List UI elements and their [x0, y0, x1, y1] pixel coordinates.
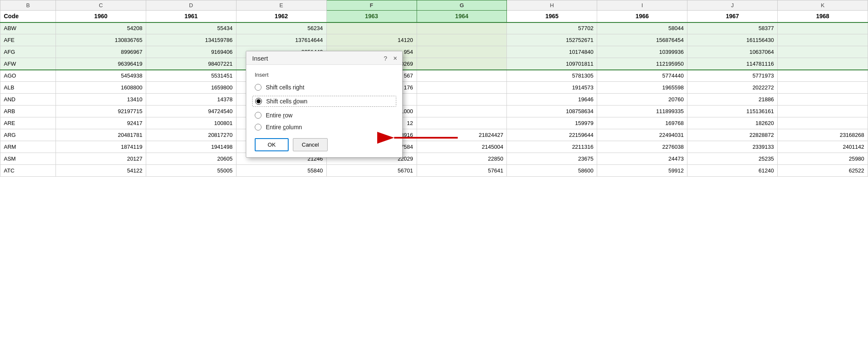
dialog-titlebar: Insert ? × [246, 51, 402, 65]
entire-col-label: Entire column [266, 124, 302, 131]
dialog-title: Insert [252, 55, 268, 62]
entire-row-radio[interactable] [255, 112, 262, 119]
table-row: ARE 92417 100801 112112 12 159979 169768… [0, 117, 868, 129]
ok-button[interactable]: OK [255, 138, 289, 151]
year-header-row: Code 1960 1961 1962 1963 1964 1965 1966 … [0, 11, 868, 22]
header-1964: 1964 [417, 11, 507, 22]
header-1963: 1963 [326, 11, 417, 22]
entire-col-option[interactable]: Entire column [255, 124, 394, 131]
cancel-button[interactable]: Cancel [293, 138, 328, 151]
insert-dialog: Insert ? × Insert Shift cells right Shif… [246, 51, 403, 158]
col-header-F[interactable]: F [326, 0, 417, 11]
header-1961: 1961 [146, 11, 236, 22]
shift-right-option[interactable]: Shift cells right [255, 84, 394, 91]
header-1965: 1965 [507, 11, 597, 22]
dialog-close-button[interactable]: × [393, 55, 397, 62]
entire-col-radio[interactable] [255, 124, 262, 131]
column-letters-row: B C D E F G H I J K [0, 0, 868, 11]
col-header-E[interactable]: E [236, 0, 326, 11]
table-row: ABW 54208 55434 56234 57702 58044 58377 [0, 22, 868, 34]
table-row: ARG 20481781 20817270 21153042 21488916 … [0, 129, 868, 141]
table-row: AFG 8996967 9169406 9351442 954 10174840… [0, 46, 868, 58]
shift-right-label: Shift cells right [266, 84, 304, 91]
table-row: ARM 1874119 1941498 2009524 2077584 2145… [0, 141, 868, 153]
dialog-section-label: Insert [255, 72, 394, 78]
header-1968: 1968 [778, 11, 868, 22]
dialog-footer: OK Cancel [255, 138, 394, 151]
shift-down-underline: d [293, 98, 297, 105]
shift-down-radio[interactable] [255, 98, 262, 105]
spreadsheet-table: B C D E F G H I J K Code 1960 1961 1962 … [0, 0, 868, 177]
shift-right-radio[interactable] [255, 84, 262, 91]
table-row: AGO 5454938 5531451 5608499 567 5781305 … [0, 70, 868, 82]
entire-row-underline: r [283, 112, 285, 119]
table-row: AFE 130836765 134159786 137614644 14120 … [0, 34, 868, 46]
header-code: Code [0, 11, 56, 22]
header-1967: 1967 [687, 11, 778, 22]
dialog-help-button[interactable]: ? [384, 55, 387, 62]
col-header-B[interactable]: B [0, 0, 56, 11]
col-header-H[interactable]: H [507, 0, 597, 11]
header-1966: 1966 [597, 11, 687, 22]
table-row: ASM 20127 20605 21246 22029 22850 23675 … [0, 153, 868, 165]
table-row: ARB 92197715 94724540 97334438 1000 1087… [0, 106, 868, 117]
col-header-C[interactable]: C [56, 0, 146, 11]
col-header-K[interactable]: K [778, 0, 868, 11]
table-row: AFW 96396419 98407221 100506960 10269 10… [0, 58, 868, 70]
entire-col-underline: c [283, 124, 286, 131]
table-row: ATC 54122 55005 55840 56701 57641 58600 … [0, 165, 868, 177]
table-row: AND 13410 14378 15379 19646 20760 21886 [0, 94, 868, 106]
spreadsheet-container: B C D E F G H I J K Code 1960 1961 1962 … [0, 0, 868, 353]
shift-down-option[interactable]: Shift cells down [252, 96, 396, 107]
col-header-G[interactable]: G [417, 0, 507, 11]
col-header-D[interactable]: D [146, 0, 236, 11]
col-header-I[interactable]: I [597, 0, 687, 11]
entire-row-label: Entire row [266, 112, 292, 119]
dialog-body: Insert Shift cells right Shift cells dow… [246, 65, 402, 157]
shift-down-label: Shift cells down [266, 98, 307, 105]
entire-row-option[interactable]: Entire row [255, 112, 394, 119]
dialog-titlebar-right: ? × [384, 55, 397, 62]
table-row: ALB 1608800 1659800 1711319 176 1914573 … [0, 82, 868, 94]
col-header-J[interactable]: J [687, 0, 778, 11]
header-1960: 1960 [56, 11, 146, 22]
header-1962: 1962 [236, 11, 326, 22]
